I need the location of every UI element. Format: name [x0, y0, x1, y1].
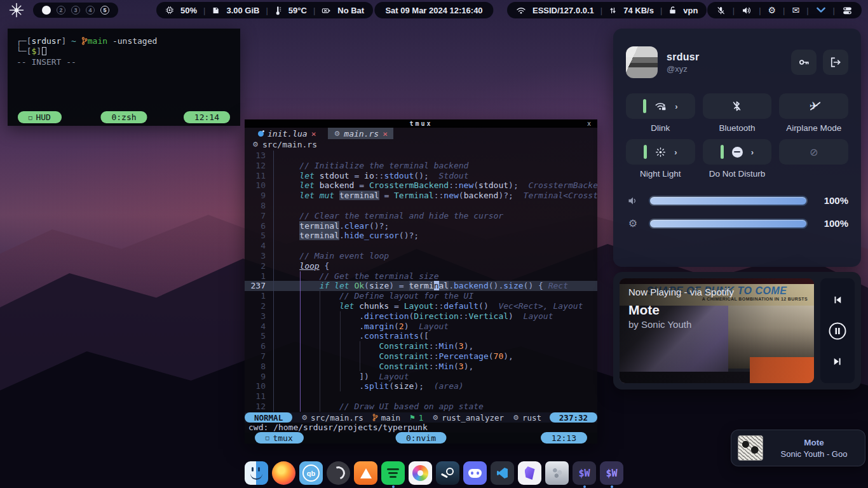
mail-icon[interactable]: ✉ [792, 6, 799, 15]
code-line: 6 Constraint::Min(3), [245, 341, 597, 351]
tmux-session-pill[interactable]: □HUD [18, 111, 62, 123]
separator: | [759, 6, 761, 15]
tmux-window-pill[interactable]: 0:nvim [395, 432, 447, 444]
dock-obsidian[interactable] [518, 461, 541, 485]
code-line: 7 Constraint::Percentage(70), [245, 351, 597, 362]
blocked-circle-icon: ⊘ [810, 146, 818, 158]
rust-file-icon: ⚙ [301, 414, 308, 422]
clock[interactable]: Sat 09 Mar 2024 12:16:40 [374, 2, 493, 18]
code-line: 5 terminal.hide_cursor()?; [245, 231, 597, 241]
breadcrumb: ⚙ src/main.rs [245, 139, 597, 149]
code-line: 1 // Get the terminal size [245, 271, 597, 281]
dock: qb $W $W [245, 461, 623, 485]
volume-control: 100% [626, 195, 848, 206]
do-not-disturb-toggle[interactable]: › [703, 139, 772, 165]
running-indicator [392, 485, 395, 488]
code-line: 12 // Draw UI based on app state [245, 402, 597, 412]
chevron-down-icon[interactable] [816, 6, 826, 14]
tab-close-icon[interactable]: × [311, 129, 316, 139]
track-artist: by Sonic Youth [628, 319, 691, 330]
tmux-session-pill[interactable]: □tmux [255, 432, 304, 444]
dock-vlc[interactable] [354, 461, 377, 485]
editor-window[interactable]: tmux x init.lua × ⚙ main.rs × ⚙ src/main… [245, 119, 597, 444]
dock-trash[interactable] [545, 461, 569, 485]
code-area[interactable]: 1312 // Initialize the terminal backend1… [245, 151, 597, 412]
pause-button[interactable] [828, 322, 847, 341]
indent-guide [340, 311, 341, 391]
statusline-filetype: ⚙rust [513, 413, 541, 423]
chevron-right-icon[interactable]: › [751, 147, 754, 157]
dock-sw-app-1[interactable]: $W [573, 461, 596, 485]
brightness-slider[interactable] [649, 219, 808, 229]
settings-gear-icon[interactable]: ⚙ [768, 6, 776, 15]
lock-keys-button[interactable] [791, 50, 817, 75]
code-line: 2 loop { [245, 261, 597, 271]
tab-init-lua[interactable]: init.lua × [252, 128, 322, 139]
speaker-icon[interactable] [742, 6, 752, 15]
dock-file-manager[interactable] [245, 461, 268, 485]
chevron-right-icon[interactable]: › [674, 147, 677, 157]
vpn-label: vpn [683, 6, 698, 15]
dock-vscode[interactable] [491, 461, 514, 485]
night-light-toggle[interactable]: › [626, 139, 695, 165]
dock-obs[interactable] [327, 461, 350, 485]
workspace-5[interactable]: 5 [100, 6, 109, 15]
terminal-output: ┌─[srdusr] ~ main -unstaged └─[$] -- INS… [8, 29, 240, 67]
dock-firefox[interactable] [272, 461, 295, 485]
wifi-toggle[interactable]: › [626, 93, 695, 119]
running-indicator [583, 485, 586, 488]
tab-main-rs[interactable]: ⚙ main.rs × [328, 128, 393, 139]
bluetooth-toggle[interactable] [703, 93, 772, 119]
now-playing-card: SHAPE OF PUNK TO COME A CHIMERICAL BOMBI… [613, 272, 861, 390]
workspace-4[interactable]: 4 [86, 6, 95, 15]
media-notification[interactable]: Mote Sonic Youth - Goo [731, 430, 865, 466]
discord-icon [468, 469, 482, 478]
code-line: 7 // Clear the terminal and hide the cur… [245, 211, 597, 221]
volume-icon [626, 196, 640, 206]
next-track-button[interactable] [831, 356, 844, 367]
airplane-mode-toggle[interactable]: ✈ [779, 93, 848, 119]
temperature-icon [275, 6, 282, 15]
datetime-text: Sat 09 Mar 2024 12:16:40 [385, 6, 482, 15]
tmux-window-pill[interactable]: 0:zsh [100, 111, 147, 123]
sw-label: $W [606, 468, 617, 479]
logout-button[interactable] [823, 50, 848, 75]
dock-steam[interactable] [436, 461, 459, 485]
trash-icon [550, 466, 565, 481]
notification-body: Sonic Youth - Goo [770, 449, 858, 459]
dock-spotify[interactable] [381, 461, 405, 485]
hud-terminal-window[interactable]: ┌─[srdusr] ~ main -unstaged └─[$] -- INS… [8, 29, 240, 126]
dock-photos[interactable] [409, 461, 432, 485]
toggles-icon[interactable] [842, 6, 853, 15]
separator: | [266, 6, 268, 15]
sw-label: $W [578, 468, 590, 479]
code-line: 3 .direction(Direction::Vertical) Layout [245, 311, 597, 322]
previous-track-button[interactable] [831, 294, 844, 306]
dock-sw-app-2[interactable]: $W [600, 461, 623, 485]
separator: | [783, 6, 785, 15]
vim-mode-pill: NORMAL [245, 412, 292, 423]
separator: | [733, 6, 735, 15]
chevron-right-icon[interactable]: › [675, 102, 677, 111]
window-close-button[interactable]: x [587, 119, 591, 128]
prompt-line-1: ┌─[srdusr] ~ main -unstaged [17, 36, 231, 46]
launcher-star-icon[interactable] [9, 3, 24, 18]
album-art[interactable]: SHAPE OF PUNK TO COME A CHIMERICAL BOMBI… [620, 278, 814, 383]
window-titlebar[interactable]: tmux x [245, 119, 597, 128]
steam-icon [446, 468, 454, 475]
microphone-muted-icon[interactable] [716, 6, 726, 15]
dock-discord[interactable] [463, 461, 487, 485]
statusline: NORMAL ⚙src/main.rs main ⚑1 ⚙rust_analyz… [245, 412, 597, 423]
workspace-3[interactable]: 3 [71, 6, 80, 15]
volume-slider[interactable] [649, 196, 808, 206]
blocked-toggle[interactable]: ⊘ [779, 139, 848, 165]
hud-tmux-statusbar: □HUD 0:zsh 12:14 [8, 111, 240, 123]
dock-qbittorrent[interactable]: qb [299, 461, 323, 485]
key-icon [797, 56, 810, 69]
code-line: 1 // Define layout for the UI [245, 291, 597, 301]
workspace-1[interactable] [42, 6, 51, 15]
tab-close-icon[interactable]: × [383, 129, 388, 139]
airplane-off-icon: ✈ [810, 101, 818, 111]
workspace-2[interactable]: 2 [57, 6, 65, 15]
battery-icon [322, 6, 331, 15]
